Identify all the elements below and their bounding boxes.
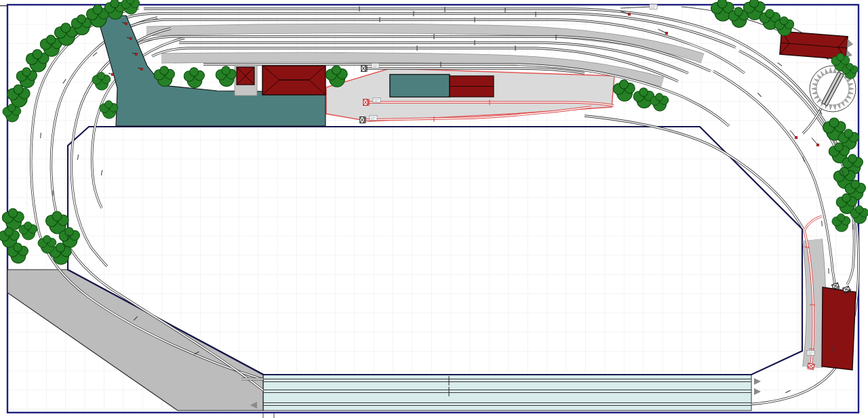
rail-joint-tick [53, 190, 54, 196]
station-building [262, 66, 326, 95]
lamp-post-dot [125, 22, 127, 24]
switch-motor-dot [795, 136, 797, 139]
switch-motor-dot [665, 32, 668, 35]
staging-strip[interactable] [241, 375, 751, 411]
rail-joint-tick [822, 221, 823, 226]
lamp-post-dot [111, 73, 113, 75]
track-plan-svg [0, 0, 868, 418]
corner-building [822, 287, 856, 370]
lamp-post-dot [130, 37, 132, 39]
lamp-post-dot [140, 68, 142, 70]
tiny-label-box [650, 5, 657, 9]
lamp-post-dot [135, 53, 137, 55]
tiny-label-box [372, 64, 379, 68]
tiny-label-box [373, 98, 380, 103]
switch-motor-dot [628, 13, 631, 16]
tiny-label-box [370, 116, 377, 121]
selected-rail-tick [810, 305, 815, 306]
switch-motor-dot [816, 144, 819, 146]
teal-shed [390, 75, 450, 97]
rail-joint-tick [41, 133, 41, 138]
track-plan-canvas [0, 0, 868, 418]
tiny-label-box [807, 351, 814, 356]
